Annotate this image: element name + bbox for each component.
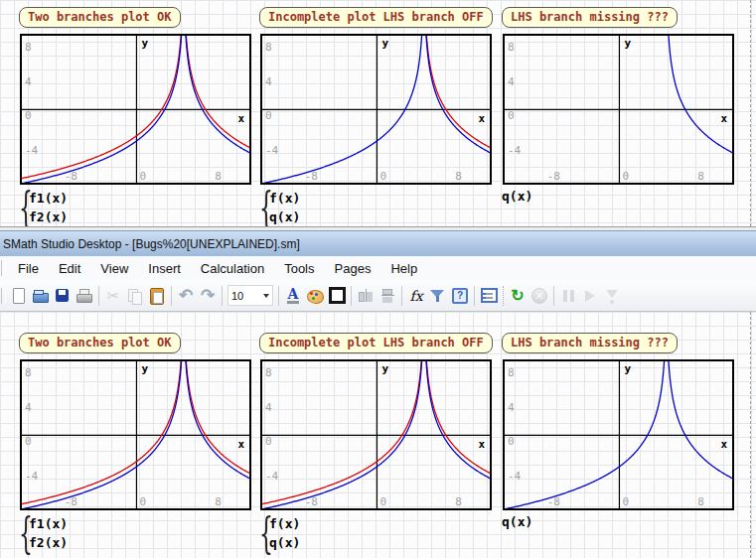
plot-legend[interactable]: {f1(x)f2(x) [19, 188, 255, 227]
svg-text:0: 0 [265, 109, 272, 122]
note-label[interactable]: Two branches plot OK [19, 333, 181, 353]
plot-legend[interactable]: q(x) [502, 188, 738, 205]
menubar-grip[interactable] [1, 260, 6, 276]
svg-text:8: 8 [25, 41, 32, 54]
font-size-value: 10 [231, 290, 243, 302]
svg-text:0: 0 [622, 495, 629, 508]
undo-icon[interactable] [176, 286, 196, 306]
toolbar-grip[interactable] [1, 288, 6, 304]
plot-legend[interactable]: {f1(x)f2(x) [19, 513, 255, 553]
filter-icon[interactable] [428, 286, 448, 306]
menu-insert[interactable]: Insert [138, 258, 191, 279]
svg-text:y: y [381, 362, 388, 375]
print-icon[interactable] [75, 286, 94, 306]
copy-icon[interactable] [125, 286, 145, 306]
svg-text:-8: -8 [547, 170, 560, 183]
legend-function-label[interactable]: f1(x) [29, 515, 68, 532]
svg-text:-8: -8 [305, 495, 318, 508]
note-label[interactable]: LHS branch missing ??? [502, 7, 678, 28]
svg-text:0: 0 [622, 170, 629, 183]
function-fx-icon[interactable] [406, 286, 426, 306]
toolbar-separator [474, 286, 475, 306]
system-brace: { [259, 187, 265, 228]
legend-function-label[interactable]: q(x) [269, 534, 300, 551]
pause-icon[interactable] [558, 286, 578, 306]
svg-text:y: y [624, 362, 631, 375]
palette-icon[interactable] [305, 286, 325, 306]
align-vertical-icon[interactable] [378, 286, 397, 306]
help-box-icon[interactable] [450, 286, 470, 306]
svg-text:8: 8 [25, 366, 32, 379]
plot-legend[interactable]: q(x) [502, 513, 738, 530]
toolbar-separator [171, 286, 172, 306]
refresh-icon[interactable] [508, 286, 528, 306]
note-label[interactable]: Two branches plot OK [19, 7, 181, 28]
svg-text:-4: -4 [508, 470, 522, 483]
plot-region-incomplete[interactable]: 840-4-808yx [259, 358, 493, 511]
font-size-select[interactable]: 10 [227, 285, 273, 306]
legend-function-label[interactable]: q(x) [269, 209, 300, 225]
menu-file[interactable]: File [8, 258, 49, 279]
align-horizontal-icon[interactable] [356, 286, 376, 306]
border-square-icon[interactable] [327, 286, 347, 306]
plot-region-two-branches[interactable]: 840-4-808yx [19, 358, 252, 511]
plot-legend[interactable]: {f(x)q(x) [259, 188, 496, 227]
stop-icon[interactable] [529, 286, 549, 306]
plot-region-two-branches[interactable]: 840-4-808yx [19, 33, 252, 186]
svg-text:-4: -4 [25, 144, 39, 157]
svg-text:x: x [720, 112, 727, 125]
note-label[interactable]: LHS branch missing ??? [502, 333, 678, 353]
save-icon[interactable] [53, 286, 73, 306]
cut-icon[interactable] [103, 286, 123, 306]
svg-text:0: 0 [508, 435, 515, 448]
svg-text:8: 8 [455, 170, 462, 183]
svg-text:-4: -4 [508, 144, 522, 157]
svg-text:-8: -8 [305, 170, 318, 183]
new-document-icon[interactable] [9, 286, 29, 306]
plot-region-lhs-missing[interactable]: 840-4-808yx [502, 358, 735, 511]
legend-function-label[interactable]: f(x) [269, 515, 300, 532]
step-down-icon[interactable] [602, 286, 622, 306]
plot-region-lhs-missing[interactable]: 840-4-808yx [502, 33, 735, 186]
open-folder-icon[interactable] [31, 286, 51, 306]
options-form-icon[interactable] [479, 286, 499, 306]
legend-function-label[interactable]: f2(x) [29, 534, 68, 551]
svg-text:x: x [720, 438, 727, 451]
page-break-line [750, 0, 751, 226]
menu-help[interactable]: Help [380, 258, 427, 279]
svg-text:y: y [141, 37, 148, 50]
plot-legend[interactable]: {f(x)q(x) [259, 513, 496, 553]
svg-text:y: y [624, 37, 631, 50]
svg-text:0: 0 [139, 170, 146, 183]
plot-region-incomplete[interactable]: 840-4-808yx [259, 33, 493, 186]
note-label[interactable]: Incomplete plot LHS branch OFF [259, 333, 493, 353]
svg-text:4: 4 [508, 75, 515, 88]
svg-text:-4: -4 [265, 144, 279, 157]
svg-text:x: x [237, 112, 244, 125]
worksheet-top[interactable]: Two branches plot OK 840-4-808yx {f1(x)f… [0, 0, 756, 227]
menu-edit[interactable]: Edit [49, 258, 90, 279]
play-icon[interactable] [580, 286, 600, 306]
note-label[interactable]: Incomplete plot LHS branch OFF [259, 7, 493, 28]
menu-pages[interactable]: Pages [325, 258, 381, 279]
legend-items: f(x)q(x) [269, 190, 300, 225]
legend-function-label[interactable]: q(x) [502, 513, 532, 530]
worksheet-main[interactable]: Two branches plot OK 840-4-808yx {f1(x)f… [0, 312, 756, 558]
menu-calculation[interactable]: Calculation [191, 258, 274, 279]
legend-function-label[interactable]: q(x) [502, 188, 532, 205]
legend-function-label[interactable]: f1(x) [29, 190, 68, 207]
toolbar-separator [503, 286, 504, 306]
redo-icon[interactable] [198, 286, 218, 306]
window-title: SMath Studio Desktop - [Bugs%20[UNEXPLAI… [0, 237, 300, 251]
legend-function-label[interactable]: f(x) [269, 190, 300, 207]
menu-tools[interactable]: Tools [274, 258, 324, 279]
chevron-down-icon[interactable] [263, 294, 269, 298]
svg-text:y: y [141, 362, 148, 375]
menu-view[interactable]: View [90, 258, 138, 279]
legend-function-label[interactable]: f2(x) [29, 209, 68, 225]
paste-icon[interactable] [147, 286, 167, 306]
legend-items: q(x) [502, 513, 532, 530]
window-titlebar[interactable]: SMath Studio Desktop - [Bugs%20[UNEXPLAI… [0, 230, 756, 256]
font-color-icon[interactable]: A [283, 286, 303, 306]
svg-text:8: 8 [215, 170, 222, 183]
